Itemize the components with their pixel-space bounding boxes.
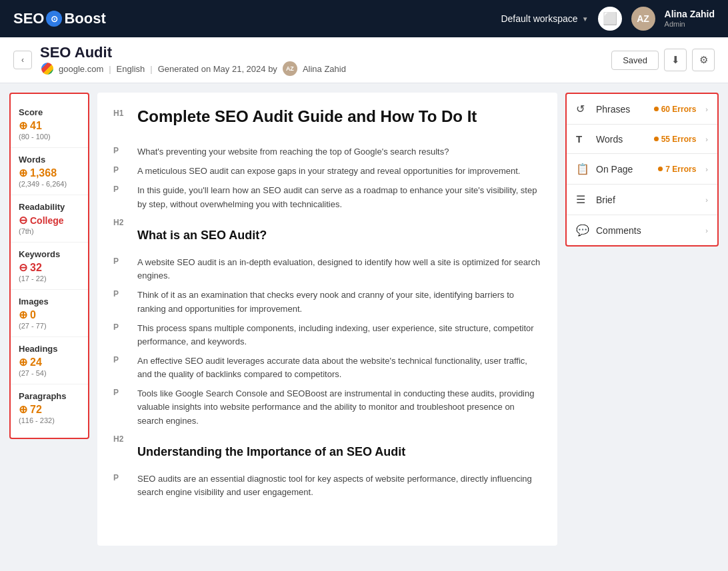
download-icon: ⬇ <box>671 54 680 66</box>
meta-lang: English <box>117 64 145 74</box>
meta-author: Alina Zahid <box>303 64 346 74</box>
user-avatar: AZ <box>631 7 655 31</box>
paragraphs-range: (116 - 232) <box>19 416 80 424</box>
user-name: Alina Zahid <box>665 9 715 20</box>
panel-item-brief[interactable]: ☰ Brief › <box>567 185 717 215</box>
phrases-label: Phrases <box>596 104 647 115</box>
images-number: 0 <box>30 309 36 321</box>
metric-images: Images ⊕ 0 (27 - 77) <box>11 290 88 337</box>
images-icon: ⊕ <box>19 308 27 321</box>
comments-label: Comments <box>596 225 699 236</box>
metric-paragraphs-label: Paragraphs <box>19 391 80 401</box>
p8-tag: P <box>113 387 128 397</box>
h1-tag: H1 <box>113 106 128 118</box>
p3-text: In this guide, you'll learn how an SEO a… <box>137 184 541 211</box>
main-layout: Score ⊕ 41 (80 - 100) Words ⊕ 1,368 (2,3… <box>0 83 728 571</box>
phrases-icon: ↺ <box>576 103 589 115</box>
metric-keywords: Keywords ⊖ 32 (17 - 22) <box>11 243 88 290</box>
para-3: P In this guide, you'll learn how an SEO… <box>113 184 541 211</box>
keywords-number: 32 <box>30 262 42 274</box>
back-button[interactable]: ‹ <box>13 51 32 69</box>
metric-score: Score ⊕ 41 (80 - 100) <box>11 101 88 148</box>
content-h1: Complete SEO Audit Guide and How To Do I… <box>137 106 477 127</box>
meta-generated: Generated on May 21, 2024 by <box>158 64 277 74</box>
onpage-chevron-icon: › <box>705 165 708 173</box>
left-sidebar: Score ⊕ 41 (80 - 100) Words ⊕ 1,368 (2,3… <box>9 93 89 439</box>
nav-right: Default workspace ▼ ⬜ AZ Alina Zahid Adm… <box>501 7 715 31</box>
readability-text: College <box>30 215 64 226</box>
metric-headings: Headings ⊕ 24 (27 - 54) <box>11 337 88 384</box>
metric-words: Words ⊕ 1,368 (2,349 - 6,264) <box>11 148 88 195</box>
panel-item-phrases[interactable]: ↺ Phrases 60 Errors › <box>567 94 717 125</box>
content-h2-2: Understanding the Importance of an SEO A… <box>137 444 405 460</box>
metric-score-label: Score <box>19 107 80 117</box>
logo-seo: SEO <box>13 10 44 27</box>
score-range: (80 - 100) <box>19 133 80 141</box>
paragraphs-icon: ⊕ <box>19 403 27 416</box>
p1-text: What's preventing your website from reac… <box>137 145 449 159</box>
brief-chevron-icon: › <box>705 196 708 204</box>
onpage-icon: 📋 <box>576 163 589 175</box>
images-range: (27 - 77) <box>19 322 80 330</box>
subheader-left: ‹ SEO Audit google.com | English | Gener… <box>13 44 346 76</box>
keywords-range: (17 - 22) <box>19 275 80 283</box>
content-area: H1 Complete SEO Audit Guide and How To D… <box>97 93 557 546</box>
settings-button[interactable]: ⚙ <box>692 49 715 71</box>
keywords-icon: ⊖ <box>19 261 27 274</box>
p9-text: SEO audits are an essential diagnostic t… <box>137 472 541 499</box>
score-icon: ⊕ <box>19 119 27 132</box>
onpage-errors: 7 Errors <box>658 165 696 174</box>
para-6: P This process spans multiple components… <box>113 322 541 348</box>
metric-words-value: ⊕ 1,368 <box>19 167 80 179</box>
meta-sep2: | <box>150 64 152 74</box>
phrases-chevron-icon: › <box>705 105 708 113</box>
words-number: 1,368 <box>30 167 57 179</box>
metric-headings-value: ⊕ 24 <box>19 356 80 368</box>
p3-tag: P <box>113 184 128 194</box>
nav-monitor-icon[interactable]: ⬜ <box>598 7 622 31</box>
h2-1-tag: H2 <box>113 217 128 227</box>
top-navigation: SEO ⊙ Boost Default workspace ▼ ⬜ AZ Ali… <box>0 0 728 37</box>
onpage-label: On Page <box>596 164 651 175</box>
workspace-chevron-icon: ▼ <box>582 15 589 23</box>
subheader: ‹ SEO Audit google.com | English | Gener… <box>0 37 728 83</box>
onpage-error-dot <box>658 167 663 171</box>
subheader-actions: Saved ⬇ ⚙ <box>611 49 715 71</box>
workspace-label: Default workspace <box>501 13 577 24</box>
workspace-selector[interactable]: Default workspace ▼ <box>501 13 588 24</box>
p7-tag: P <box>113 354 128 364</box>
user-role: Admin <box>665 20 715 29</box>
panel-item-onpage[interactable]: 📋 On Page 7 Errors › <box>567 154 717 185</box>
logo-icon: ⊙ <box>46 11 62 27</box>
metric-images-label: Images <box>19 296 80 306</box>
para-8: P Tools like Google Search Console and S… <box>113 387 541 427</box>
panel-item-words[interactable]: T Words 55 Errors › <box>567 125 717 154</box>
metric-words-label: Words <box>19 155 80 165</box>
para-5: P Think of it as an examination that che… <box>113 288 541 315</box>
metric-paragraphs-value: ⊕ 72 <box>19 403 80 416</box>
words-panel-label: Words <box>596 134 647 145</box>
metric-readability-value: ⊖ College <box>19 214 80 227</box>
headings-number: 24 <box>30 356 42 368</box>
para-1: P What's preventing your website from re… <box>113 145 541 159</box>
phrases-error-dot <box>654 107 659 111</box>
p6-text: This process spans multiple components, … <box>137 322 541 348</box>
para-7: P An effective SEO audit leverages accur… <box>113 354 541 381</box>
author-avatar: AZ <box>283 61 297 76</box>
words-chevron-icon: › <box>705 135 708 143</box>
metric-headings-label: Headings <box>19 344 80 354</box>
p9-tag: P <box>113 472 128 482</box>
download-button[interactable]: ⬇ <box>664 49 687 71</box>
p1-tag: P <box>113 145 128 155</box>
saved-button[interactable]: Saved <box>611 51 659 70</box>
panel-item-comments[interactable]: 💬 Comments › <box>567 215 717 245</box>
p5-tag: P <box>113 288 128 298</box>
para-4: P A website SEO audit is an in-depth eva… <box>113 256 541 283</box>
brief-icon: ☰ <box>576 193 589 206</box>
words-error-dot <box>654 137 659 141</box>
logo: SEO ⊙ Boost <box>13 10 106 27</box>
paragraphs-number: 72 <box>30 404 42 416</box>
readability-sub: (7th) <box>19 227 80 235</box>
headings-range: (27 - 54) <box>19 369 80 377</box>
metric-keywords-label: Keywords <box>19 249 80 259</box>
